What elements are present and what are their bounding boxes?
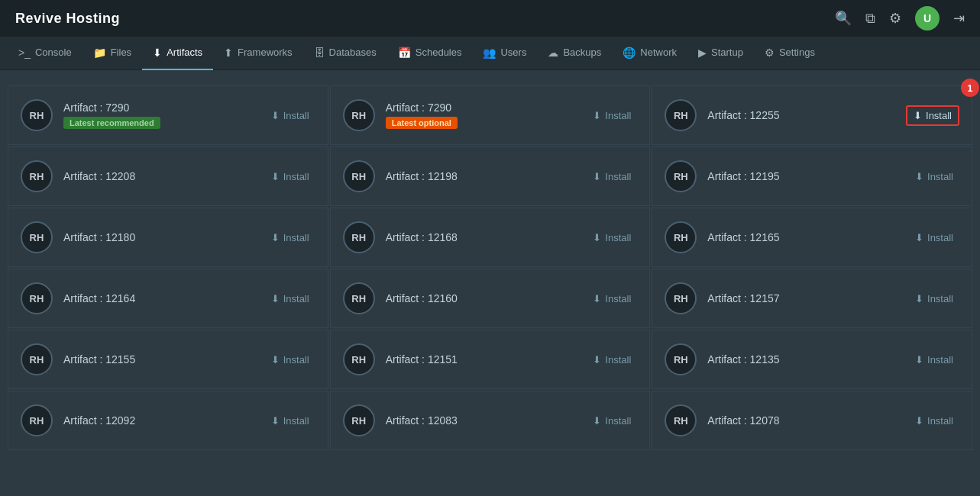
download-icon: ⬇ [271, 171, 280, 182]
artifact-logo: RH [665, 404, 697, 436]
artifact-name: Artifact : 12151 [386, 353, 577, 366]
nav-bar: >_ Console 📁 Files ⬇ Artifacts ⬆ Framewo… [0, 37, 980, 70]
artifact-info: Artifact : 12083 [386, 414, 577, 427]
install-button-highlighted[interactable]: ⬇ Install [906, 105, 959, 126]
artifact-logo: RH [21, 282, 53, 314]
nav-backups[interactable]: ☁ Backups [537, 37, 612, 70]
install-button[interactable]: ⬇ Install [587, 229, 637, 246]
install-button[interactable]: ⬇ Install [909, 412, 959, 430]
artifact-info: Artifact : 12164 [63, 292, 254, 304]
install-label: Install [927, 415, 953, 427]
gear-icon[interactable]: ⚙ [889, 10, 901, 27]
artifact-name: Artifact : 12164 [63, 292, 254, 304]
nav-network[interactable]: 🌐 Network [612, 37, 687, 70]
install-button[interactable]: ⬇ Install [265, 412, 315, 430]
nav-startup-label: Startup [711, 47, 743, 58]
install-label: Install [283, 110, 309, 121]
nav-databases[interactable]: 🗄 Databases [303, 37, 387, 70]
install-button[interactable]: ⬇ Install [909, 290, 959, 308]
install-button[interactable]: ⬇ Install [909, 229, 959, 246]
badge-recommended: Latest recommended [63, 117, 160, 129]
avatar[interactable]: U [915, 6, 940, 31]
badge-optional: Latest optional [386, 117, 458, 129]
install-label: Install [283, 293, 309, 304]
install-button[interactable]: ⬇ Install [909, 351, 959, 369]
install-label: Install [605, 293, 631, 304]
install-label: Install [927, 232, 953, 243]
files-icon: 📁 [93, 47, 106, 59]
download-icon: ⬇ [593, 171, 601, 182]
download-icon: ⬇ [915, 415, 923, 427]
artifact-card-7290-recommended: RH Artifact : 7290 Latest recommended ⬇ … [8, 85, 328, 145]
nav-startup[interactable]: ▶ Startup [687, 37, 754, 70]
artifact-info: Artifact : 12155 [63, 353, 254, 366]
artifact-logo: RH [343, 221, 375, 253]
install-button[interactable]: ⬇ Install [265, 290, 315, 308]
artifact-info: Artifact : 12180 [63, 231, 254, 243]
artifact-info: Artifact : 7290 Latest recommended [63, 101, 254, 129]
download-icon: ⬇ [593, 354, 601, 366]
nav-files[interactable]: 📁 Files [82, 37, 142, 70]
install-label: Install [605, 110, 631, 121]
artifact-card-12164: RH Artifact : 12164 ⬇ Install [8, 269, 328, 328]
artifact-name: Artifact : 12155 [63, 353, 254, 366]
install-button[interactable]: ⬇ Install [265, 351, 315, 369]
download-icon: ⬇ [271, 354, 280, 366]
artifact-name: Artifact : 7290 [63, 101, 254, 114]
artifact-info: Artifact : 12160 [386, 292, 577, 304]
install-button[interactable]: ⬇ Install [587, 168, 637, 185]
nav-users[interactable]: 👥 Users [472, 37, 537, 70]
install-label: Install [927, 354, 953, 366]
artifact-info: Artifact : 12092 [63, 414, 254, 427]
install-button[interactable]: ⬇ Install [587, 351, 637, 369]
nav-backups-label: Backups [563, 47, 601, 58]
layers-icon[interactable]: ⧉ [865, 11, 875, 27]
notification-badge: 1 [961, 79, 979, 97]
nav-settings[interactable]: ⚙ Settings [754, 37, 826, 70]
install-label: Install [605, 232, 631, 243]
artifact-info: Artifact : 12195 [707, 170, 898, 182]
install-button[interactable]: ⬇ Install [909, 168, 959, 185]
artifact-name: Artifact : 12255 [707, 109, 895, 121]
artifact-card-12151: RH Artifact : 12151 ⬇ Install [330, 330, 651, 389]
nav-frameworks[interactable]: ⬆ Frameworks [213, 37, 303, 70]
artifact-grid: RH Artifact : 7290 Latest recommended ⬇ … [8, 85, 972, 450]
install-button[interactable]: ⬇ Install [265, 168, 315, 185]
artifact-info: Artifact : 12157 [707, 292, 898, 304]
install-label: Install [605, 415, 631, 427]
artifact-card-12160: RH Artifact : 12160 ⬇ Install [330, 269, 651, 328]
artifact-card-12165: RH Artifact : 12165 ⬇ Install [652, 208, 972, 267]
artifact-logo: RH [343, 282, 375, 314]
nav-settings-label: Settings [779, 47, 815, 58]
install-label: Install [283, 171, 309, 182]
install-button[interactable]: ⬇ Install [265, 229, 315, 246]
artifact-logo: RH [343, 99, 375, 131]
artifact-logo: RH [21, 160, 53, 192]
download-icon: ⬇ [593, 415, 601, 427]
install-button[interactable]: ⬇ Install [587, 290, 637, 308]
nav-schedules[interactable]: 📅 Schedules [387, 37, 473, 70]
users-icon: 👥 [483, 47, 496, 59]
install-label: Install [927, 171, 953, 182]
artifact-name: Artifact : 7290 [386, 101, 577, 114]
download-icon: ⬇ [271, 415, 280, 427]
app-title: Revive Hosting [15, 11, 120, 27]
artifact-logo: RH [665, 160, 697, 192]
search-icon[interactable]: 🔍 [835, 10, 852, 27]
logout-icon[interactable]: ⇥ [953, 10, 965, 27]
install-button[interactable]: ⬇ Install [587, 412, 637, 430]
artifact-info: Artifact : 12151 [386, 353, 577, 366]
schedules-icon: 📅 [398, 47, 411, 59]
download-icon: ⬇ [593, 232, 601, 243]
artifact-name: Artifact : 12168 [386, 231, 577, 243]
install-button[interactable]: ⬇ Install [265, 107, 315, 124]
nav-artifacts[interactable]: ⬇ Artifacts [142, 37, 213, 70]
artifact-name: Artifact : 12208 [63, 170, 254, 182]
artifact-logo: RH [343, 343, 375, 375]
artifact-card-12092: RH Artifact : 12092 ⬇ Install [8, 391, 328, 450]
console-icon: >_ [18, 47, 31, 59]
nav-console-label: Console [35, 47, 72, 58]
artifact-name: Artifact : 12180 [63, 231, 254, 243]
nav-console[interactable]: >_ Console [8, 37, 82, 70]
install-button[interactable]: ⬇ Install [587, 107, 637, 124]
